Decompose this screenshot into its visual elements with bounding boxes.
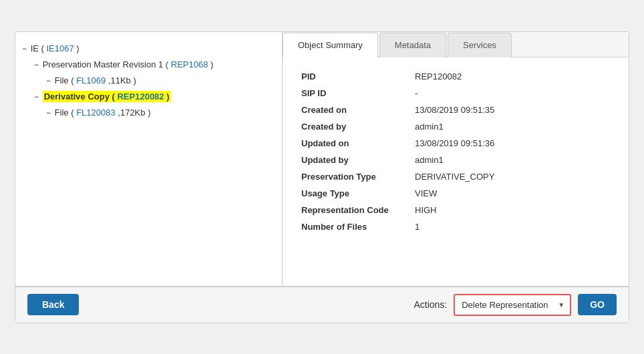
summary-row-pid: PIDREP120082: [296, 68, 615, 85]
link-ie1067[interactable]: IE1067: [46, 43, 73, 53]
tab-object-summary[interactable]: Object Summary: [283, 33, 378, 57]
summary-label-created_by: Created by: [296, 118, 410, 135]
tree-node-fl120083: − File ( FL120083 ,172Kb ): [46, 106, 275, 120]
summary-label-usage_type: Usage Type: [296, 185, 410, 202]
summary-row-representation_code: Representation CodeHIGH: [296, 202, 615, 218]
summary-value-pid: REP120082: [410, 68, 615, 85]
summary-value-sip_id: -: [410, 85, 615, 102]
actions-select-wrapper: Delete Representation ▼: [454, 294, 571, 316]
summary-value-number_of_files: 1: [410, 218, 615, 235]
summary-value-usage_type: VIEW: [410, 185, 615, 202]
tab-services[interactable]: Services: [448, 33, 512, 57]
toggle-fl1069[interactable]: −: [46, 76, 51, 85]
link-fl120083[interactable]: FL120083: [76, 108, 116, 118]
toggle-ie[interactable]: −: [22, 44, 27, 53]
summary-row-usage_type: Usage TypeVIEW: [296, 185, 615, 202]
actions-area: Actions: Delete Representation ▼ GO: [414, 294, 617, 316]
left-tree-panel: − IE ( IE1067 ) − Preservation Master Re…: [15, 32, 283, 286]
summary-value-created_on: 13/08/2019 09:51:35: [410, 102, 615, 118]
back-button[interactable]: Back: [27, 294, 79, 315]
right-panel: Object Summary Metadata Services PIDREP1…: [283, 32, 629, 286]
summary-row-sip_id: SIP ID-: [296, 85, 615, 102]
summary-row-updated_on: Updated on13/08/2019 09:51:36: [296, 135, 615, 152]
tree-node-ie: − IE ( IE1067 ): [22, 41, 275, 56]
summary-label-number_of_files: Number of Files: [296, 218, 410, 235]
toggle-rep120082[interactable]: −: [34, 92, 39, 102]
tab-metadata[interactable]: Metadata: [379, 33, 446, 57]
summary-label-created_on: Created on: [296, 102, 410, 118]
toggle-rep1068[interactable]: −: [34, 60, 39, 69]
summary-table: PIDREP120082SIP ID-Created on13/08/2019 …: [296, 68, 615, 235]
summary-value-updated_on: 13/08/2019 09:51:36: [410, 135, 615, 152]
link-rep1068[interactable]: REP1068: [171, 59, 208, 69]
summary-label-sip_id: SIP ID: [296, 85, 410, 102]
tab-bar: Object Summary Metadata Services: [283, 32, 629, 57]
tree-node-fl1069: − File ( FL1069 ,11Kb ): [46, 73, 275, 88]
summary-label-updated_by: Updated by: [296, 152, 410, 168]
toggle-fl120083[interactable]: −: [46, 108, 51, 118]
summary-row-created_on: Created on13/08/2019 09:51:35: [296, 102, 615, 118]
summary-label-representation_code: Representation Code: [296, 202, 410, 218]
summary-value-updated_by: admin1: [410, 152, 615, 168]
highlighted-node-rep120082[interactable]: Derivative Copy ( REP120082 ): [43, 91, 171, 102]
summary-value-preservation_type: DERIVATIVE_COPY: [410, 168, 615, 185]
footer: Back Actions: Delete Representation ▼ GO: [15, 287, 629, 323]
summary-row-updated_by: Updated byadmin1: [296, 152, 615, 168]
summary-label-updated_on: Updated on: [296, 135, 410, 152]
summary-row-number_of_files: Number of Files1: [296, 218, 615, 235]
summary-label-preservation_type: Preservation Type: [296, 168, 410, 185]
summary-row-preservation_type: Preservation TypeDERIVATIVE_COPY: [296, 168, 615, 185]
link-rep120082[interactable]: REP120082: [117, 92, 164, 102]
link-fl1069[interactable]: FL1069: [76, 75, 106, 85]
summary-label-pid: PID: [296, 68, 410, 85]
actions-label: Actions:: [414, 299, 447, 310]
summary-value-representation_code: HIGH: [410, 202, 615, 218]
actions-select[interactable]: Delete Representation: [455, 295, 570, 315]
summary-row-created_by: Created byadmin1: [296, 118, 615, 135]
main-container: − IE ( IE1067 ) − Preservation Master Re…: [15, 31, 629, 323]
go-button[interactable]: GO: [578, 294, 617, 315]
summary-value-created_by: admin1: [410, 118, 615, 135]
content-area: − IE ( IE1067 ) − Preservation Master Re…: [15, 32, 629, 287]
tree-node-rep1068: − Preservation Master Revision 1 ( REP10…: [34, 57, 275, 72]
tab-content-object-summary: PIDREP120082SIP ID-Created on13/08/2019 …: [283, 57, 629, 286]
tree-node-rep120082: − Derivative Copy ( REP120082 ): [34, 90, 275, 104]
